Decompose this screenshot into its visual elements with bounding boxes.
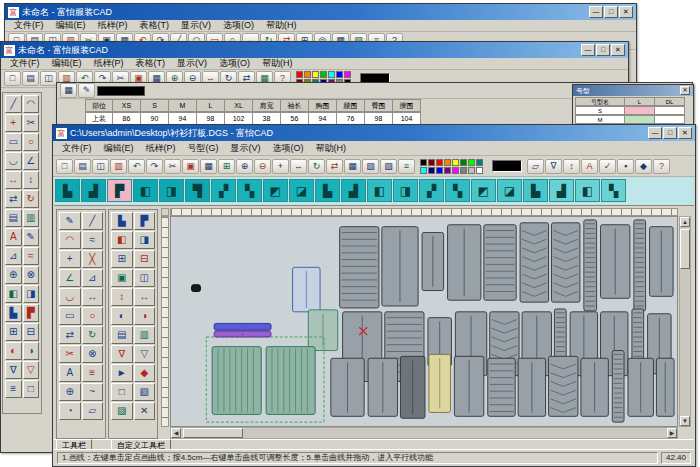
placket-strip-piece[interactable] <box>612 351 624 423</box>
horizontal-scroll-thumb[interactable] <box>183 428 243 438</box>
design-tool-button[interactable]: ▭ <box>59 307 81 325</box>
vertical-scroll-thumb[interactable] <box>680 229 690 269</box>
pattern-piece-thumbnail[interactable]: ◪ <box>497 179 522 202</box>
design-tool-button[interactable]: ✂ <box>59 345 81 363</box>
pattern-piece-thumbnail[interactable]: ▙ <box>523 179 548 202</box>
spec-cell[interactable] <box>655 115 685 124</box>
pattern-tool-button[interactable]: ◐ <box>111 307 133 325</box>
color-swatch[interactable] <box>452 167 459 174</box>
menu-item[interactable]: 显示(V) <box>171 57 213 70</box>
color-swatch[interactable] <box>420 159 427 166</box>
zoom-in-icon[interactable]: ⊕ <box>236 159 253 174</box>
tool-button[interactable]: ↔ <box>5 171 22 189</box>
design-tool-button[interactable]: ↻ <box>82 326 104 344</box>
pattern-tool-button[interactable]: ⊞ <box>111 250 133 268</box>
titlebar[interactable]: 富 C:\Users\admin\Desktop\衬衫打板.DGS - 富怡CA… <box>53 125 695 141</box>
pattern-piece-thumbnail[interactable]: ◨ <box>159 179 184 202</box>
minimize-button[interactable]: — <box>589 6 603 18</box>
color-swatch[interactable] <box>452 159 459 166</box>
design-tool-button[interactable]: ◔ <box>59 402 81 420</box>
color-swatch[interactable] <box>304 71 311 78</box>
close-button[interactable]: ✕ <box>619 6 633 18</box>
pattern-tool-button[interactable]: ▨ <box>111 402 133 420</box>
color-swatch[interactable] <box>444 159 451 166</box>
panel-piece[interactable] <box>488 358 515 416</box>
tool-button[interactable]: ▙ <box>5 304 22 322</box>
pattern-tool-button[interactable]: ▛ <box>134 212 156 230</box>
notch-icon[interactable]: ∇ <box>545 159 562 174</box>
print-icon[interactable]: ▥ <box>110 159 127 174</box>
menu-item[interactable]: 纸样(P) <box>92 19 134 32</box>
text-tool-icon[interactable]: A <box>581 159 598 174</box>
pattern-piece-thumbnail[interactable]: ▟ <box>341 179 366 202</box>
color-swatch[interactable] <box>320 71 327 78</box>
design-tool-button[interactable]: ↔ <box>82 288 104 306</box>
front-panel-piece[interactable] <box>484 225 516 300</box>
plot-icon[interactable]: ▨ <box>380 159 397 174</box>
design-tool-button[interactable]: + <box>59 250 81 268</box>
copy-icon[interactable]: ▣ <box>182 159 199 174</box>
bodice-piece[interactable] <box>382 227 418 306</box>
maximize-button[interactable]: □ <box>604 6 618 18</box>
color-swatch[interactable] <box>460 167 467 174</box>
pleated-skirt-piece[interactable] <box>212 347 261 415</box>
design-tool-button[interactable]: ≡ <box>82 364 104 382</box>
pattern-piece-thumbnail[interactable]: ▙ <box>315 179 340 202</box>
pattern-piece-thumbnail[interactable]: ▟ <box>81 179 106 202</box>
color-swatch[interactable] <box>468 159 475 166</box>
tool-button[interactable]: ⊟ <box>23 323 40 341</box>
color-swatch[interactable] <box>476 167 483 174</box>
tool-button[interactable]: ⊗ <box>23 266 40 284</box>
menu-item[interactable]: 文件(F) <box>4 57 46 70</box>
collar-piece[interactable] <box>293 267 320 312</box>
close-button[interactable]: ✕ <box>678 127 692 139</box>
new-icon[interactable]: □ <box>4 71 21 86</box>
front-panel-piece[interactable] <box>448 225 481 300</box>
help-icon[interactable]: ? <box>653 159 670 174</box>
pattern-piece-thumbnail[interactable]: ▚ <box>445 179 470 202</box>
pattern-canvas[interactable] <box>170 216 678 427</box>
close-button[interactable]: ✕ <box>680 86 690 95</box>
size-table-icon[interactable]: ▦ <box>60 83 77 98</box>
mirror-icon[interactable]: ⇄ <box>326 159 343 174</box>
dark-panel-piece[interactable] <box>400 356 425 418</box>
tool-button[interactable]: A <box>5 228 22 246</box>
menu-item[interactable]: 帮助(H) <box>310 142 353 155</box>
design-tool-button[interactable]: ○ <box>82 307 104 325</box>
color-swatch[interactable] <box>336 71 343 78</box>
pattern-tool-button[interactable]: ↕ <box>111 288 133 306</box>
color-swatch[interactable] <box>468 167 475 174</box>
design-tool-button[interactable]: ⊗ <box>82 345 104 363</box>
tool-button[interactable]: ≡ <box>5 380 22 398</box>
menu-item[interactable]: 纸样(P) <box>140 142 182 155</box>
panel-piece[interactable] <box>628 358 653 416</box>
vertical-scrollbar[interactable]: ▲ ▼ <box>679 216 691 427</box>
menu-item[interactable]: 选项(O) <box>267 142 310 155</box>
maximize-button[interactable]: □ <box>596 44 610 56</box>
tool-button[interactable]: ✎ <box>23 228 40 246</box>
design-tool-button[interactable]: ◠ <box>59 231 81 249</box>
current-color-swatch[interactable] <box>492 160 522 172</box>
menu-item[interactable]: 显示(V) <box>175 19 217 32</box>
paste-icon[interactable]: ▦ <box>200 159 217 174</box>
tool-button[interactable]: ◧ <box>5 285 22 303</box>
line-color-swatch[interactable] <box>97 86 145 96</box>
pattern-tool-button[interactable]: ▣ <box>111 269 133 287</box>
minimize-button[interactable]: — <box>581 44 595 56</box>
design-tool-button[interactable]: ✎ <box>59 212 81 230</box>
bodice-piece[interactable] <box>340 227 379 308</box>
maximize-button[interactable]: □ <box>663 127 677 139</box>
design-tool-button[interactable]: A <box>59 364 81 382</box>
menu-item[interactable]: 纸样(P) <box>88 57 130 70</box>
tool-button[interactable]: ◡ <box>5 152 22 170</box>
redo-icon[interactable]: ↷ <box>146 159 163 174</box>
pattern-piece-thumbnail[interactable]: ▜ <box>185 179 210 202</box>
minimize-button[interactable]: — <box>648 127 662 139</box>
check-icon[interactable]: ✓ <box>599 159 616 174</box>
tool-button[interactable]: ▤ <box>5 209 22 227</box>
yellow-panel-piece[interactable] <box>429 354 451 412</box>
open-icon[interactable]: ▤ <box>74 159 91 174</box>
design-tool-button[interactable]: ▱ <box>82 402 104 420</box>
rotate-icon[interactable]: ↻ <box>308 159 325 174</box>
pattern-tool-button[interactable]: ▙ <box>111 212 133 230</box>
